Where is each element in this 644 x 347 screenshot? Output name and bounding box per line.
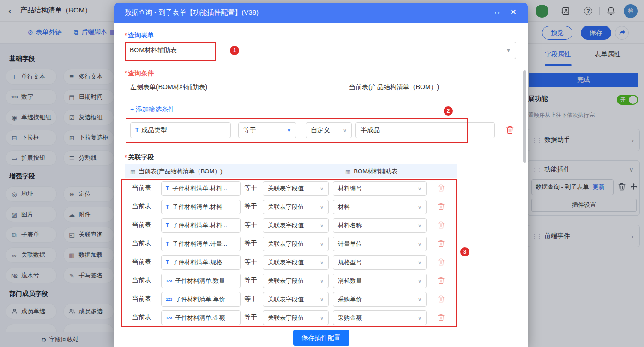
mapping-row: 当前表T子件材料清单.规格等于关联表字段值∨规格型号∨	[125, 253, 457, 272]
chevron-down-icon: ∨	[320, 278, 324, 284]
row-operator: 等于	[244, 221, 257, 229]
chevron-down-icon: ∨	[418, 260, 421, 266]
row-field-select[interactable]: T子件材料清单.材料...	[161, 218, 241, 233]
row-delete-icon[interactable]	[438, 221, 445, 229]
query-form-label: *查询表单	[125, 31, 154, 40]
row-mode-select[interactable]: 关联表字段值∨	[263, 237, 329, 251]
condition-right-header: 当前表(产品结构清单（BOM）)	[349, 83, 439, 91]
row-field-select[interactable]: T子件材料清单.计量...	[161, 237, 241, 251]
row-field-select[interactable]: T子件材料清单.材料...	[161, 181, 241, 196]
mapping-row: 当前表T子件材料清单.材料等于关联表字段值∨材料∨	[125, 198, 457, 216]
mapping-table-header: ▦ 当前表(产品结构清单（BOM）) ▦ BOM材料辅助表	[125, 164, 457, 178]
row-delete-icon[interactable]	[438, 258, 445, 266]
row-target-select[interactable]: 消耗数量∨	[333, 274, 427, 288]
condition-left-header: 左侧表单(BOM材料辅助表)	[130, 83, 207, 91]
row-mode-select[interactable]: 关联表字段值∨	[263, 200, 329, 214]
save-plugin-config-button[interactable]: 保存插件配置	[293, 330, 349, 346]
row-target-select[interactable]: 材料∨	[333, 200, 427, 214]
text-field-icon: T	[166, 241, 169, 247]
close-icon[interactable]: ✕	[510, 7, 517, 17]
row-target-select[interactable]: 规格型号∨	[333, 255, 427, 270]
chevron-down-icon: ∨	[418, 315, 421, 321]
row-mode-select[interactable]: 关联表字段值∨	[263, 181, 329, 196]
filter-value-input[interactable]: 半成品	[355, 122, 495, 138]
modal-title: 数据查询 - 到子表单【功能插件配置】(V38)	[125, 8, 259, 17]
chevron-down-icon: ∨	[343, 128, 347, 134]
row-scope: 当前表	[132, 202, 151, 211]
number-field-icon: 123	[166, 316, 172, 320]
text-field-icon: T	[166, 204, 169, 210]
number-field-icon: 123	[166, 297, 172, 302]
row-field-select[interactable]: 123子件材料清单.金额	[161, 310, 241, 325]
query-form-select[interactable]: BOM材料辅助表 ▼	[125, 42, 516, 59]
chevron-down-icon: ∨	[320, 241, 324, 247]
plugin-config-modal: 数据查询 - 到子表单【功能插件配置】(V38) ↔ ✕ *查询表单 BOM材料…	[114, 3, 528, 347]
mapping-row: 当前表123子件材料清单.金额等于关联表字段值∨采购金额∨	[125, 309, 457, 326]
row-delete-icon[interactable]	[438, 314, 445, 321]
row-target-select[interactable]: 材料编号∨	[333, 181, 427, 196]
row-scope: 当前表	[132, 276, 151, 285]
annotation-badge-2: 2	[444, 106, 453, 116]
row-scope: 当前表	[132, 239, 151, 248]
table-icon: ▦	[130, 168, 135, 175]
row-operator: 等于	[244, 276, 257, 285]
row-mode-select[interactable]: 关联表字段值∨	[263, 218, 329, 233]
row-scope: 当前表	[132, 258, 151, 266]
row-mode-select[interactable]: 关联表字段值∨	[263, 292, 329, 307]
mapping-row: 当前表123子件材料清单.数量等于关联表字段值∨消耗数量∨	[125, 272, 457, 290]
row-operator: 等于	[244, 184, 257, 192]
row-operator: 等于	[244, 239, 257, 248]
row-delete-icon[interactable]	[438, 184, 445, 192]
text-field-icon: T	[135, 127, 138, 134]
mapping-row: 当前表T子件材料清单.材料...等于关联表字段值∨材料名称∨	[125, 216, 457, 235]
filter-field-select[interactable]: T 成品类型	[130, 122, 231, 138]
row-field-select[interactable]: T子件材料清单.规格	[161, 255, 241, 270]
chevron-down-icon: ▼	[287, 128, 291, 133]
chevron-down-icon: ▼	[506, 48, 511, 53]
filter-delete-icon[interactable]	[506, 126, 514, 134]
row-field-select[interactable]: 123子件材料清单.单价	[161, 292, 241, 307]
chevron-down-icon: ∨	[418, 204, 421, 210]
chevron-down-icon: ∨	[320, 186, 324, 192]
filter-operator-select[interactable]: 等于 ▼	[238, 122, 296, 138]
chevron-down-icon: ∨	[418, 223, 421, 229]
row-mode-select[interactable]: 关联表字段值∨	[263, 255, 329, 270]
row-operator: 等于	[244, 202, 257, 211]
expand-icon[interactable]: ↔	[494, 8, 501, 16]
row-delete-icon[interactable]	[438, 240, 445, 247]
row-target-select[interactable]: 材料名称∨	[333, 218, 427, 233]
text-field-icon: T	[166, 259, 169, 266]
query-condition-label: *查询条件	[125, 69, 154, 78]
row-scope: 当前表	[132, 313, 151, 322]
row-mode-select[interactable]: 关联表字段值∨	[263, 310, 329, 325]
annotation-badge-3: 3	[460, 247, 469, 256]
row-operator: 等于	[244, 313, 257, 322]
row-scope: 当前表	[132, 184, 151, 192]
row-field-select[interactable]: T子件材料清单.材料	[161, 200, 241, 214]
text-field-icon: T	[166, 185, 169, 192]
table-icon: ▦	[345, 168, 350, 175]
modal-scrollbar[interactable]	[523, 70, 526, 163]
mapping-row: 当前表T子件材料清单.材料...等于关联表字段值∨材料编号∨	[125, 179, 457, 198]
mapping-row: 当前表123子件材料清单.单价等于关联表字段值∨采购单价∨	[125, 290, 457, 309]
modal-header: 数据查询 - 到子表单【功能插件配置】(V38) ↔ ✕	[114, 3, 528, 23]
mapping-row: 当前表T子件材料清单.计量...等于关联表字段值∨计量单位∨	[125, 235, 457, 253]
number-field-icon: 123	[166, 279, 172, 283]
row-target-select[interactable]: 计量单位∨	[333, 237, 427, 251]
add-filter-condition-link[interactable]: + 添加筛选条件	[130, 105, 175, 114]
row-target-select[interactable]: 采购单价∨	[333, 292, 427, 307]
row-field-select[interactable]: 123子件材料清单.数量	[161, 274, 241, 288]
row-operator: 等于	[244, 295, 257, 303]
row-delete-icon[interactable]	[438, 277, 445, 284]
row-delete-icon[interactable]	[438, 203, 445, 210]
chevron-down-icon: ∨	[418, 278, 421, 284]
chevron-down-icon: ∨	[320, 315, 324, 321]
row-mode-select[interactable]: 关联表字段值∨	[263, 274, 329, 288]
row-delete-icon[interactable]	[438, 295, 445, 303]
chevron-down-icon: ∨	[320, 204, 324, 210]
filter-value-type-select[interactable]: 自定义 ∨	[306, 122, 352, 138]
chevron-down-icon: ∨	[320, 260, 324, 266]
chevron-down-icon: ∨	[418, 186, 421, 192]
row-target-select[interactable]: 采购金额∨	[333, 310, 427, 325]
text-field-icon: T	[166, 222, 169, 229]
